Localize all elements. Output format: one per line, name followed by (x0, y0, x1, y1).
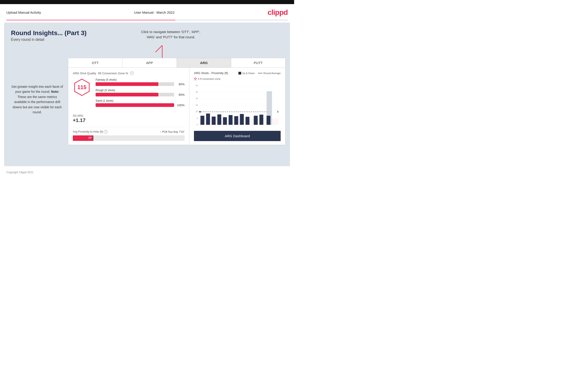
left-panel: ARG Shot Quality 6ft Conversion Zone % ?… (68, 68, 189, 145)
proximity-title-text: Avg Proximity to Hole (ft) (73, 130, 103, 133)
svg-text:20: 20 (196, 97, 198, 100)
left-description: Get greater insight into each facet of y… (11, 84, 63, 115)
bar-pct-sand: 100% (176, 103, 185, 107)
panel-body: ARG Shot Quality 6ft Conversion Zone % ?… (68, 68, 285, 145)
bar-track-sand: 100% (95, 103, 185, 107)
svg-text:0: 0 (197, 123, 198, 125)
clippd-logo: clippd (268, 8, 288, 17)
svg-rect-29 (229, 115, 233, 125)
header-title: User Manual - March 2022 (134, 10, 174, 14)
nav-hint: Click to navigate between 'OTT', 'APP','… (141, 29, 200, 40)
svg-rect-31 (240, 114, 244, 125)
proximity-section: Avg Proximity to Hole (ft) ? ↑ PGA Tour … (73, 127, 185, 141)
tab-putt[interactable]: PUTT (231, 58, 285, 67)
svg-text:10: 10 (196, 110, 198, 113)
sg-value: +1.17 (73, 117, 185, 123)
chart-header: ARG Shots - Proximity (ft) Up & Down Rou… (194, 71, 281, 75)
bar-pct-rough: 80% (176, 93, 185, 96)
legend-row2: 6 ft conversion zone (194, 77, 281, 80)
svg-rect-32 (245, 117, 249, 125)
left-description-text: Get greater insight into each facet of y… (11, 85, 63, 114)
section-header: ARG Shot Quality 6ft Conversion Zone % ? (73, 71, 185, 75)
svg-rect-24 (200, 116, 204, 125)
bar-chart-svg: 30 25 20 15 10 5 0 (194, 83, 281, 128)
tab-row: OTT APP ARG PUTT (68, 58, 285, 68)
bar-label-rough: Rough (5 shots) (95, 89, 185, 92)
proximity-help-icon[interactable]: ? (104, 130, 107, 133)
bar-bg-rough (95, 93, 174, 96)
note-bold: Note: (51, 90, 59, 93)
upload-manual-link[interactable]: Upload Manual Activity (6, 10, 41, 14)
svg-rect-35 (267, 116, 270, 125)
svg-text:25: 25 (196, 91, 198, 93)
legend-dash-roundavg (258, 73, 262, 73)
bar-fill-sand (95, 103, 174, 107)
svg-rect-33 (254, 116, 258, 125)
bar-track-fairway: 80% (95, 82, 185, 86)
proximity-bar-track: 77' (73, 135, 185, 141)
hex-score-area: 115 Fairway (5 shots) 80% (73, 78, 185, 110)
legend-square-updown (238, 72, 241, 75)
proximity-cursor (93, 135, 93, 141)
sg-label: SG ARG (73, 114, 185, 117)
bar-track-rough: 80% (95, 93, 185, 96)
proximity-bar-fill: 77' (73, 135, 93, 141)
bar-rows: Fairway (5 shots) 80% Rough (5 shots) (95, 78, 185, 110)
bar-fill-fairway (95, 82, 158, 86)
header-divider (6, 20, 288, 20)
tab-arg[interactable]: ARG (177, 58, 231, 67)
svg-rect-34 (259, 115, 263, 125)
svg-rect-26 (212, 117, 216, 125)
svg-rect-27 (217, 114, 221, 125)
bar-pct-fairway: 80% (176, 83, 185, 86)
help-icon[interactable]: ? (130, 71, 134, 75)
copyright: Copyright Clippd 2021 (6, 171, 34, 174)
svg-rect-28 (223, 117, 227, 125)
legend-label-updown: Up & Down (242, 72, 255, 75)
chart-svg-container: 30 25 20 15 10 5 0 (194, 83, 281, 128)
proximity-title: Avg Proximity to Hole (ft) ? (73, 130, 107, 133)
dashboard-panel: OTT APP ARG PUTT ARG Shot Quality 6ft Co… (68, 58, 285, 145)
svg-line-1 (156, 45, 162, 52)
arg-dashboard-button[interactable]: ARG Dashboard (194, 131, 281, 141)
sg-area: SG ARG +1.17 (73, 114, 185, 123)
legend-hatch-6ft (194, 77, 197, 80)
nav-hint-text: Click to navigate between 'OTT', 'APP','… (141, 30, 200, 39)
bar-label-sand: Sand (1 shots) (95, 99, 185, 102)
tab-app[interactable]: APP (122, 58, 177, 67)
legend-item-roundavg: Round Average (258, 72, 281, 75)
svg-text:15: 15 (196, 104, 198, 106)
bar-row-rough: Rough (5 shots) 80% (95, 89, 185, 96)
top-bar (0, 0, 294, 4)
footer: Copyright Clippd 2021 (0, 168, 294, 176)
svg-rect-19 (199, 119, 279, 125)
legend-item-updown: Up & Down (238, 72, 255, 75)
bar-row-sand: Sand (1 shots) 100% (95, 99, 185, 107)
svg-rect-25 (206, 114, 210, 125)
header: Upload Manual Activity User Manual - Mar… (0, 4, 294, 20)
tab-ott[interactable]: OTT (68, 58, 122, 67)
hex-number: 115 (77, 84, 86, 91)
pga-avg: ↑ PGA Tour Avg: 7'10" (160, 130, 185, 133)
section-title-2: 6ft Conversion Zone % (98, 72, 128, 75)
svg-marker-21 (199, 111, 201, 113)
proximity-header: Avg Proximity to Hole (ft) ? ↑ PGA Tour … (73, 130, 185, 133)
svg-text:30: 30 (196, 84, 198, 87)
bar-fill-rough (95, 93, 158, 96)
chart-title: ARG Shots - Proximity (ft) (194, 71, 228, 75)
main-content: Round Insights... (Part 3) Every round i… (4, 23, 290, 166)
bar-bg-sand (95, 103, 174, 107)
legend-label-6ft: 6 ft conversion zone (198, 77, 220, 80)
proximity-val: 77' (88, 137, 92, 140)
hexagon-score: 115 (73, 78, 91, 96)
right-panel: ARG Shots - Proximity (ft) Up & Down Rou… (189, 68, 285, 145)
legend: Up & Down Round Average (238, 72, 281, 75)
section-title: ARG Shot Quality (73, 72, 96, 75)
legend-label-roundavg: Round Average (263, 72, 281, 75)
bar-row-fairway: Fairway (5 shots) 80% (95, 78, 185, 86)
bar-bg-fairway (95, 82, 174, 86)
svg-text:8: 8 (277, 110, 279, 113)
svg-rect-30 (234, 116, 238, 125)
bar-label-fairway: Fairway (5 shots) (95, 78, 185, 81)
svg-text:5: 5 (197, 117, 198, 119)
